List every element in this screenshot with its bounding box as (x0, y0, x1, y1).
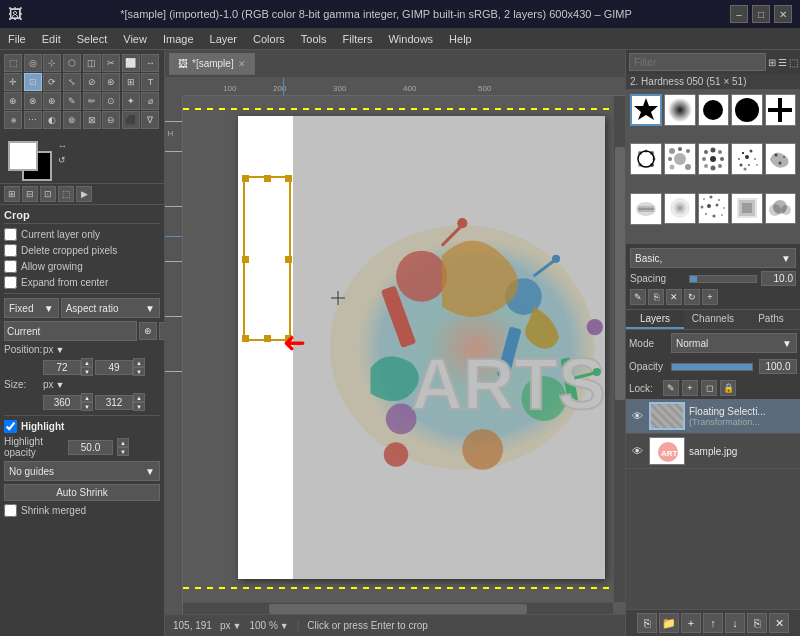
tool-zoom[interactable]: ⊕ (43, 92, 61, 110)
brush-dry-2[interactable] (664, 193, 696, 225)
layer-eye-2[interactable]: 👁 (629, 443, 645, 459)
maximize-button[interactable]: □ (752, 5, 770, 23)
h-scrollbar-thumb[interactable] (269, 604, 527, 614)
tab-channels[interactable]: Channels (684, 310, 742, 329)
tool-airbrush[interactable]: ⊙ (102, 92, 120, 110)
brushes-filter-input[interactable] (629, 53, 766, 71)
layer-eye-1[interactable]: 👁 (629, 408, 645, 424)
menu-colors[interactable]: Colors (245, 31, 293, 47)
position-y-input[interactable] (95, 360, 133, 375)
tool-scale[interactable]: ⤡ (63, 73, 81, 91)
tool-heal[interactable]: ⌀ (141, 92, 159, 110)
tool-color-picker[interactable]: ⊕ (4, 92, 22, 110)
vertical-scrollbar[interactable] (613, 96, 625, 602)
brush-scatter[interactable] (698, 193, 730, 225)
highlight-opacity-input[interactable] (68, 440, 113, 455)
guides-dropdown[interactable]: No guides ▼ (4, 461, 160, 481)
tool-iscissors[interactable]: ✂ (102, 54, 120, 72)
pos-x-up[interactable]: ▲ (81, 358, 93, 367)
tool-mode-1[interactable]: ⊞ (4, 186, 20, 202)
brush-hard-1[interactable] (698, 94, 730, 126)
layer-btn-1[interactable]: ⊛ (139, 322, 157, 340)
tool-smudge[interactable]: ⊗ (63, 111, 81, 129)
tool-mode-2[interactable]: ⊟ (22, 186, 38, 202)
canvas-scroll[interactable]: ARTS (183, 96, 625, 614)
menu-help[interactable]: Help (441, 31, 480, 47)
px-dropdown-arrow[interactable]: ▼ (56, 345, 65, 355)
tool-perspective[interactable]: ⊛ (102, 73, 120, 91)
canvas-tab[interactable]: 🖼 *[sample] ✕ (169, 53, 255, 75)
delete-cropped-checkbox[interactable] (4, 244, 17, 257)
tool-pencil[interactable]: ✏ (83, 92, 101, 110)
layer-floating-selection[interactable]: 👁 Floating Selecti... (Transformation... (626, 399, 800, 434)
brush-delete-btn[interactable]: ✕ (666, 289, 682, 305)
menu-select[interactable]: Select (69, 31, 116, 47)
tool-foreground-select[interactable]: ⬜ (122, 54, 140, 72)
brush-type-dropdown[interactable]: Basic, ▼ (630, 248, 796, 268)
tool-mode-4[interactable]: ⬚ (58, 186, 74, 202)
pos-y-down[interactable]: ▼ (133, 367, 145, 376)
tool-extra[interactable]: ▶ (76, 186, 92, 202)
tool-rect-select[interactable]: ⬚ (4, 54, 22, 72)
lock-alpha-btn[interactable]: ◻ (701, 380, 717, 396)
fixed-dropdown[interactable]: Fixed ▼ (4, 298, 59, 318)
pos-y-up[interactable]: ▲ (133, 358, 145, 367)
menu-windows[interactable]: Windows (380, 31, 441, 47)
brush-star[interactable] (630, 94, 662, 126)
tool-blend[interactable]: ⊖ (102, 111, 120, 129)
brush-splat-1[interactable] (630, 143, 662, 175)
tool-dodge[interactable]: ◐ (43, 111, 61, 129)
menu-file[interactable]: File (0, 31, 34, 47)
size-w-input[interactable] (43, 395, 81, 410)
tool-ink[interactable]: ✦ (122, 92, 140, 110)
tab-layers[interactable]: Layers (626, 310, 684, 329)
tool-rotate[interactable]: ⟳ (43, 73, 61, 91)
brush-refresh-btn[interactable]: ↻ (684, 289, 700, 305)
canvas-tab-close[interactable]: ✕ (238, 59, 246, 69)
tool-path[interactable]: ∇ (141, 111, 159, 129)
layer-duplicate-btn[interactable]: ⎘ (747, 613, 767, 633)
tool-align[interactable]: ↔ (141, 54, 159, 72)
brush-dense[interactable] (731, 193, 763, 225)
tool-shear[interactable]: ⊘ (83, 73, 101, 91)
current-layer-checkbox[interactable] (4, 228, 17, 241)
brush-spacing-slider[interactable] (689, 275, 757, 283)
tool-paint[interactable]: ✎ (63, 92, 81, 110)
brush-duplicate-btn[interactable]: ⎘ (648, 289, 664, 305)
tool-eraser[interactable]: ⬛ (122, 111, 140, 129)
tab-paths[interactable]: Paths (742, 310, 800, 329)
layer-new-from-visible-btn[interactable]: ⎘ (637, 613, 657, 633)
expand-from-center-checkbox[interactable] (4, 276, 17, 289)
tool-text[interactable]: T (141, 73, 159, 91)
status-unit-arrow[interactable]: ▼ (233, 621, 242, 631)
size-h-up[interactable]: ▲ (133, 393, 145, 402)
mode-dropdown[interactable]: Normal ▼ (671, 333, 797, 353)
swap-colors-icon[interactable]: ↔ (58, 141, 67, 151)
current-layer-input[interactable] (4, 321, 137, 341)
brush-speckle[interactable] (731, 143, 763, 175)
size-dropdown-arrow[interactable]: ▼ (56, 380, 65, 390)
brush-list-icon[interactable]: ☰ (778, 57, 787, 68)
tool-by-color-select[interactable]: ◫ (83, 54, 101, 72)
tool-fuzzy-select[interactable]: ⬡ (63, 54, 81, 72)
tool-mode-3[interactable]: ⊡ (40, 186, 56, 202)
tool-bucket-fill[interactable]: ⊠ (83, 111, 101, 129)
tool-measure[interactable]: ⊗ (24, 92, 42, 110)
opacity-slider[interactable] (671, 363, 753, 371)
lock-all-btn[interactable]: 🔒 (720, 380, 736, 396)
tool-crop[interactable]: ⊡ (24, 73, 42, 91)
size-h-down[interactable]: ▼ (133, 402, 145, 411)
size-h-input[interactable] (95, 395, 133, 410)
size-w-up[interactable]: ▲ (81, 393, 93, 402)
layer-delete-btn[interactable]: ✕ (769, 613, 789, 633)
position-x-input[interactable] (43, 360, 81, 375)
opacity-value-input[interactable] (759, 359, 797, 374)
menu-edit[interactable]: Edit (34, 31, 69, 47)
menu-tools[interactable]: Tools (293, 31, 335, 47)
allow-growing-checkbox[interactable] (4, 260, 17, 273)
opacity-up[interactable]: ▲ (117, 438, 129, 447)
tool-flip[interactable]: ⊞ (122, 73, 140, 91)
lock-position-btn[interactable]: + (682, 380, 698, 396)
menu-image[interactable]: Image (155, 31, 202, 47)
layer-new-btn[interactable]: + (681, 613, 701, 633)
